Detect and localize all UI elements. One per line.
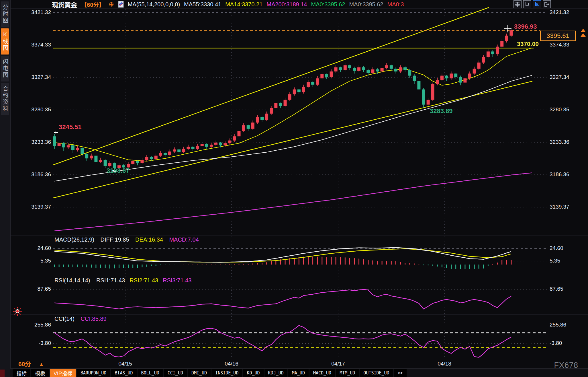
toolbar-button-指标[interactable]: 指标 [13,369,30,377]
svg-text:3186.36: 3186.36 [31,171,51,177]
svg-text:3280.35: 3280.35 [550,106,569,112]
timeframe-label[interactable]: 60分 [18,361,31,367]
trading-app: { "app": {"watermark": "FX678"}, "sideba… [0,0,588,377]
macd-value: MACD:7.04 [169,236,199,243]
macd-params: MACD(26,12,9) [54,236,94,243]
main-panel: 3370.003245.513193.673283.893396.933395.… [53,7,586,231]
rsi-params: RSI(14,14,14) [54,277,90,283]
alert-icon[interactable] [12,306,23,318]
svg-text:3186.36: 3186.36 [550,171,569,177]
ma-settings-label: MA(55,14,200,0,0,0) [128,1,180,8]
indicator-panels [53,248,547,357]
svg-text:87.65: 87.65 [37,286,51,292]
svg-text:3139.37: 3139.37 [31,204,51,210]
svg-text:255.86: 255.86 [550,322,566,328]
date-label: 04/17 [331,361,345,367]
date-label: 04/18 [438,361,451,367]
ma-values: MA(55,14,200,0,0,0)MA55:3330.41MA14:3370… [128,1,404,8]
price-annotation: 3245.51 [59,123,82,131]
sidebar-tab-1[interactable]: K线图 [1,28,9,55]
exit-icon[interactable] [543,0,551,8]
sidebar-tab-2[interactable]: 闪电图 [1,56,9,81]
timeframe-arrow-icon[interactable]: ▲ [39,362,44,367]
toolbar-button-dmi-ud[interactable]: DMI_UD [188,369,211,377]
toolbar-button-vip指标[interactable]: VIP指标 [50,369,76,377]
axis-scale-icon[interactable] [523,0,531,8]
corner-badge [0,370,5,377]
rsi-values: RSI1:71.43RSI2:71.43RSI3:71.43 [96,277,196,283]
toolbar-button-模板[interactable]: 模板 [31,369,49,377]
svg-text:24.60: 24.60 [550,245,563,251]
svg-text:3233.36: 3233.36 [550,139,569,145]
toolbar-button-barupdn-ud[interactable]: BARUPDN_UD [77,369,110,377]
level-price-label: 3370.00 [517,40,539,47]
price-annotation: 3283.89 [430,107,453,114]
ma-value-label: MA0:3395.62 [349,1,383,8]
date-label: 04/16 [225,361,238,367]
toolbar-button-macd-ud[interactable]: MACD_UD [309,369,335,377]
current-price-box: 3395.61 [546,32,569,39]
period-label[interactable]: 【60分】 [81,0,105,9]
macd-diff-value: DIFF:19.85 [101,236,129,243]
rsi-value-label: RSI2:71.43 [130,277,158,283]
svg-text:-3.80: -3.80 [550,340,562,346]
rsi-value-label: RSI3:71.43 [163,277,191,283]
toolbar-button-cci-ud[interactable]: CCI_UD [164,369,187,377]
rsi-value-label: RSI1:71.43 [96,277,125,283]
chart-type-icon[interactable] [118,1,124,8]
svg-text:-3.80: -3.80 [39,340,51,346]
ma-value-label: MA55:3330.41 [184,1,221,8]
svg-text:255.86: 255.86 [34,322,51,328]
ma-value-label: MA0:3 [387,1,404,8]
chart-header: 现货黄金 【60分】 ⊕ MA(55,14,200,0,0,0)MA55:333… [10,0,588,9]
toolbar-button-boll-ud[interactable]: BOLL_UD [138,369,163,377]
candles[interactable] [53,30,513,170]
svg-text:3233.36: 3233.36 [31,139,51,145]
svg-text:5.35: 5.35 [40,258,51,264]
sidebar-tab-3[interactable]: 合约资料 [1,83,9,115]
rsi-header[interactable]: RSI(14,14,14) RSI1:71.43RSI2:71.43RSI3:7… [54,277,201,284]
macd-header[interactable]: MACD(26,12,9) DIFF:19.85 DEA:16.34 MACD:… [54,236,203,243]
axis-labels: 3421.323421.323374.333374.333327.343327.… [18,9,569,367]
watermark: FX678 [554,361,578,370]
svg-text:5.35: 5.35 [550,258,560,264]
svg-text:3421.32: 3421.32 [550,9,569,15]
window-controls [513,0,551,8]
cci-value: CCI:85.89 [81,316,107,322]
toolbar-button-inside-ud[interactable]: INSIDE_UD [211,369,242,377]
toolbar-button-mtm-ud[interactable]: MTM_UD [336,369,359,377]
sidebar: 分时图K线图闪电图合约资料 [0,0,11,377]
sidebar-tab-0[interactable]: 分时图 [1,1,9,27]
svg-text:3139.37: 3139.37 [550,204,569,210]
svg-text:3374.33: 3374.33 [31,42,51,48]
toolbar-button-kdj-ud[interactable]: KDJ_UD [264,369,287,377]
svg-text:3374.33: 3374.33 [550,42,569,48]
gridlines [10,9,588,368]
add-indicator-icon[interactable]: ⊕ [109,1,114,8]
toolbar-button-outside-ud[interactable]: OUTSIDE_UD [360,369,393,377]
ma-value-label: MA200:3189.14 [266,1,307,8]
toolbar-button-ma-ud[interactable]: MA_UD [288,369,309,377]
toolbar-button--[interactable]: >> [394,369,407,377]
svg-text:3280.35: 3280.35 [31,106,51,112]
symbol-title: 现货黄金 [52,0,77,9]
svg-text:3327.34: 3327.34 [31,74,51,80]
toolbar-button-bias-ud[interactable]: BIAS_UD [111,369,136,377]
bottom-toolbar: 指标模板VIP指标BARUPDN_UDBIAS_UDBOLL_UDCCI_UDD… [10,368,588,377]
svg-text:87.65: 87.65 [550,286,563,292]
cci-params: CCI(14) [54,316,75,322]
svg-text:3421.32: 3421.32 [31,9,51,15]
price-annotation: 3193.67 [107,167,130,174]
axis-play-icon[interactable] [533,0,541,8]
svg-text:24.60: 24.60 [37,245,51,251]
toolbar-button-kd-ud[interactable]: KD_UD [243,369,263,377]
ma-value-label: MA14:3370.21 [225,1,262,8]
date-label: 04/15 [118,361,132,367]
macd-dea-value: DEA:16.34 [135,236,163,243]
svg-text:3327.34: 3327.34 [550,74,569,80]
cci-header[interactable]: CCI(14) CCI:85.89 [54,316,111,322]
ma-value-label: MA0:3395.62 [311,1,345,8]
price-annotation: 3396.93 [514,23,537,30]
move-icon[interactable] [513,0,522,8]
